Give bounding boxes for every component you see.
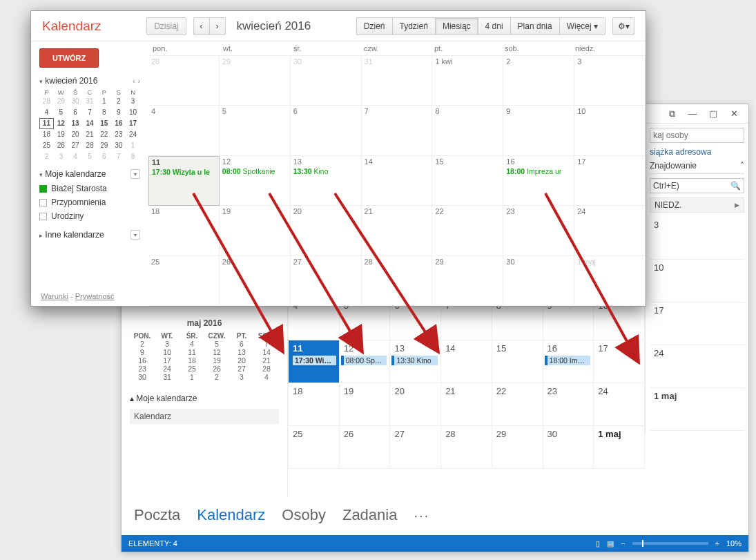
calendar-day-cell[interactable]: 30 xyxy=(503,256,574,306)
calendar-day-cell[interactable]: 24 xyxy=(574,206,646,255)
zoom-in-button[interactable]: + xyxy=(715,539,719,548)
calendar-day-cell[interactable]: 1 kwi xyxy=(432,56,503,106)
view-normal-icon[interactable]: ▯ xyxy=(596,539,600,548)
view-month[interactable]: Miesiąc xyxy=(435,17,478,35)
calendar-day-cell[interactable]: 10 xyxy=(574,106,646,155)
calendar-day-cell[interactable]: 1 maj xyxy=(574,256,646,306)
chevron-right-icon[interactable]: ▸ xyxy=(39,232,43,239)
calendar-day-cell[interactable]: 4 xyxy=(148,106,220,155)
search-people-input[interactable] xyxy=(650,128,744,143)
nav-tasks[interactable]: Zadania xyxy=(342,506,398,524)
calendar-day-cell[interactable]: 1208:00 Spotkanie xyxy=(220,156,291,206)
chevron-down-icon[interactable]: ▾ xyxy=(39,171,43,178)
calendar-day-cell[interactable]: 30 xyxy=(543,426,594,469)
minimize-button[interactable]: — xyxy=(682,107,703,121)
nav-calendar[interactable]: Kalendarz xyxy=(197,506,265,524)
calendar-day-cell[interactable]: 15 xyxy=(492,340,543,383)
calendar-event[interactable]: 17:30 Wizyta u le xyxy=(152,168,216,176)
calendar-day-cell[interactable]: 29 xyxy=(492,426,543,469)
calendar-day-cell[interactable]: 23 xyxy=(543,383,594,426)
nav-mail[interactable]: Poczta xyxy=(134,506,180,524)
calendar-event[interactable]: 17:30 Wizyt… xyxy=(290,356,336,365)
calendar-day-cell[interactable]: 20 xyxy=(390,383,441,426)
calendar-event[interactable]: 18:00 Impreza ur xyxy=(506,167,571,175)
calendar-day-cell[interactable]: 22 xyxy=(492,383,543,426)
view-week[interactable]: Tydzień xyxy=(392,17,435,35)
view-agenda[interactable]: Plan dnia xyxy=(510,17,559,35)
calendar-event[interactable]: 13:30 Kino xyxy=(293,167,358,175)
dropdown-icon[interactable]: ▾ xyxy=(130,230,140,240)
calendar-event[interactable]: 08:00 Spot… xyxy=(341,356,387,365)
calendar-day-cell[interactable]: 23 xyxy=(503,206,574,255)
chevron-up-icon[interactable]: ˄ xyxy=(740,161,744,171)
view-reading-icon[interactable]: ▤ xyxy=(607,539,614,548)
calendar-day-cell[interactable]: 21 xyxy=(362,206,433,255)
calendar-day-cell[interactable]: 25 xyxy=(148,256,220,306)
calendar-day-cell[interactable]: 28 xyxy=(148,56,220,106)
zoom-out-button[interactable]: − xyxy=(621,539,625,548)
terms-link[interactable]: Warunki xyxy=(41,292,68,300)
calendar-day-cell[interactable]: 14 xyxy=(441,340,492,383)
calendar-day-cell[interactable]: 6 xyxy=(291,106,362,155)
calendar-day-cell[interactable]: 30 xyxy=(291,56,362,106)
calendar-day-cell[interactable]: 19 xyxy=(340,383,391,426)
calendar-day-cell[interactable]: 28 xyxy=(362,256,433,306)
sunday-cell[interactable]: 10 xyxy=(650,260,744,302)
mini-prev[interactable]: ‹ xyxy=(133,77,135,85)
view-day[interactable]: Dzień xyxy=(356,17,392,35)
calendar-day-cell[interactable]: 18 xyxy=(289,383,340,426)
privacy-link[interactable]: Prywatność xyxy=(75,292,115,300)
chevron-down-icon[interactable]: ▾ xyxy=(39,78,43,85)
nav-people[interactable]: Osoby xyxy=(282,506,326,524)
calendar-day-cell[interactable]: 1618:00 Impreza ur xyxy=(503,156,574,206)
sunday-cell[interactable]: 3 xyxy=(650,217,744,260)
sunday-cell[interactable]: 17 xyxy=(650,302,744,345)
calendar-day-cell[interactable]: 22 xyxy=(432,206,503,255)
calendar-day-cell[interactable]: 1618:00 Impr… xyxy=(543,340,594,383)
calendar-event[interactable]: 08:00 Spotkanie xyxy=(222,167,287,175)
calendar-day-cell[interactable]: 1313:30 Kino xyxy=(291,156,362,206)
chevron-right-icon[interactable]: ▶ xyxy=(735,202,739,209)
calendar-day-cell[interactable]: 18 xyxy=(148,206,220,255)
calendar-day-cell[interactable]: 8 xyxy=(432,106,503,155)
calendar-day-cell[interactable]: 29 xyxy=(432,256,503,306)
calendar-day-cell[interactable]: 14 xyxy=(362,156,433,206)
nav-more-icon[interactable]: ··· xyxy=(414,508,429,523)
today-button[interactable]: Dzisiaj xyxy=(146,17,186,35)
mini-next[interactable]: › xyxy=(138,77,140,85)
calendar-day-cell[interactable]: 21 xyxy=(441,383,492,426)
calendar-day-cell[interactable]: 31 xyxy=(362,56,433,106)
sunday-cell[interactable]: 24 xyxy=(650,345,744,388)
calendar-day-cell[interactable]: 1 maj xyxy=(594,426,645,469)
calendar-day-cell[interactable]: 25 xyxy=(289,426,340,469)
sunday-cell[interactable]: 1 maj xyxy=(650,388,744,431)
calendar-day-cell[interactable]: 1117:30 Wizyt… xyxy=(289,340,340,383)
calendar-day-cell[interactable]: 1117:30 Wizyta u le xyxy=(148,156,220,206)
calendar-event[interactable]: 13:30 Kino xyxy=(391,356,438,365)
calendar-day-cell[interactable]: 26 xyxy=(220,256,291,306)
calendar-item[interactable]: Kalendarz xyxy=(130,409,279,424)
calendar-day-cell[interactable]: 24 xyxy=(594,383,645,426)
close-button[interactable]: ✕ xyxy=(724,107,744,121)
prev-button[interactable]: ‹ xyxy=(193,17,209,35)
calendar-day-cell[interactable]: 27 xyxy=(291,256,362,306)
maximize-button[interactable]: ▢ xyxy=(703,107,724,121)
calendar-day-cell[interactable]: 26 xyxy=(340,426,391,469)
popout-icon[interactable]: ⧉ xyxy=(661,107,682,121)
address-book-link[interactable]: siążka adresowa xyxy=(650,147,744,157)
calendar-day-cell[interactable]: 27 xyxy=(390,426,441,469)
calendar-day-cell[interactable]: 17 xyxy=(594,340,645,383)
calendar-checkbox-item[interactable]: Urodziny xyxy=(39,209,140,223)
calendar-day-cell[interactable]: 9 xyxy=(503,106,574,155)
calendar-day-cell[interactable]: 5 xyxy=(220,106,291,155)
view-4days[interactable]: 4 dni xyxy=(478,17,510,35)
calendar-day-cell[interactable]: 20 xyxy=(291,206,362,255)
next-button[interactable]: › xyxy=(209,17,226,35)
my-calendars-toggle[interactable]: ▴ Moje kalendarze xyxy=(130,394,279,403)
calendar-event[interactable]: 18:00 Impr… xyxy=(545,356,591,365)
calendar-day-cell[interactable]: 1313:30 Kino xyxy=(390,340,441,383)
search-ctrl-e[interactable]: Ctrl+E)🔍 xyxy=(650,178,744,193)
calendar-checkbox-item[interactable]: Przypomnienia xyxy=(39,195,140,209)
calendar-day-cell[interactable]: 1208:00 Spot… xyxy=(340,340,391,383)
zoom-slider[interactable] xyxy=(632,542,708,545)
